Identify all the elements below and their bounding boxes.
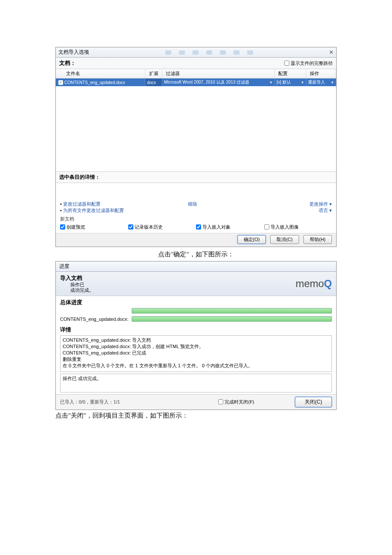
col-filename: 文件名	[56, 69, 145, 78]
progress-header: 导入文档 操作已 成功完成。 memoQ	[56, 272, 336, 296]
progress-header-title: 导入文档	[60, 274, 94, 282]
check-icon: ✓	[58, 80, 63, 85]
cb-version-history[interactable]: 记录版本历史	[128, 224, 196, 230]
cb-import-embedded-img[interactable]: 导入嵌入图像	[264, 224, 332, 230]
link-change-operation[interactable]: 更改操作 ▾	[309, 201, 332, 207]
titlebar-decor	[165, 50, 253, 55]
details-box: CONTENTS_eng_updated.docx: 导入文档 CONTENTS…	[60, 335, 332, 372]
overall-progress-bar	[132, 308, 332, 314]
link-language[interactable]: 语言 ▾	[309, 207, 332, 214]
chevron-down-icon: ▼	[269, 81, 273, 84]
footer-status: 已导入：0/0，重新导入：1/1	[60, 399, 178, 405]
close-icon[interactable]: ✕	[329, 49, 334, 55]
button-row: 确定(O) 取消(C) 帮助(H)	[56, 233, 336, 247]
col-ext: 扩展	[145, 69, 162, 78]
progress-dialog: 进度 导入文档 操作已 成功完成。 memoQ 总体进度 CONTENTS_en…	[55, 261, 337, 410]
details-label: 选中条目的详情：	[56, 171, 336, 183]
progress-titlebar: 进度	[56, 262, 336, 272]
dialog-title: 文档导入选项	[58, 49, 89, 56]
ok-button[interactable]: 确定(O)	[237, 235, 266, 244]
grid-body	[56, 86, 336, 171]
col-config: 配置	[275, 69, 306, 78]
newdoc-label: 新文档	[56, 216, 336, 222]
cb-create-preview[interactable]: 创建预览	[60, 224, 128, 230]
cb-close-on-finish[interactable]: 完成时关闭(F)	[218, 399, 254, 405]
cell-action[interactable]: 重新导入▼	[306, 78, 336, 86]
chevron-down-icon: ▼	[331, 81, 334, 84]
help-button[interactable]: 帮助(H)	[303, 235, 332, 244]
chevron-down-icon: ▼	[301, 81, 304, 84]
import-options-dialog: 文档导入选项 ✕ 文档： 显示文件的完整路径 文件名 扩展 过滤器 配置 操作 …	[55, 47, 337, 247]
titlebar: 文档导入选项 ✕	[56, 47, 336, 58]
col-action: 操作	[306, 69, 336, 78]
progress-header-sub1: 操作已	[60, 282, 94, 288]
caption-1: 点击"确定"，如下图所示：	[55, 249, 337, 261]
doc-label: 文档：	[59, 59, 76, 67]
memoq-logo: memoQ	[296, 278, 332, 290]
progress-header-sub2: 成功完成。	[60, 288, 94, 293]
table-row[interactable]: ✓ CONTENTS_eng_updated.docx docx Microso…	[56, 78, 336, 86]
details-title: 详情	[56, 323, 336, 334]
progress-footer: 已导入：0/0，重新导入：1/1 完成时关闭(F) 关闭(C)	[56, 394, 336, 410]
overall-progress-label: 总体进度	[56, 296, 336, 307]
cb-import-embedded-obj[interactable]: 导入嵌入对象	[196, 224, 264, 230]
details-body	[56, 183, 336, 199]
file-progress-label: CONTENTS_eng_updated.docx:	[60, 317, 128, 322]
grid-header: 文件名 扩展 过滤器 配置 操作	[56, 69, 336, 78]
file-progress-bar	[132, 316, 332, 322]
cell-ext: docx	[145, 78, 162, 86]
doc-header: 文档： 显示文件的完整路径	[56, 58, 336, 69]
complete-message: 操作已 成功完成。	[60, 374, 332, 392]
links-row: • 更改过滤器和配置 • 为所有文件更改过滤器和配置 移除 更改操作 ▾ 语言 …	[56, 199, 336, 216]
cell-filename: CONTENTS_eng_updated.docx	[64, 80, 125, 85]
link-change-all[interactable]: 为所有文件更改过滤器和配置	[63, 208, 124, 213]
link-remove[interactable]: 移除	[188, 201, 197, 206]
close-button[interactable]: 关闭(C)	[295, 397, 332, 407]
checks-row: 创建预览 记录版本历史 导入嵌入对象 导入嵌入图像	[56, 222, 336, 233]
body-text: 点击"关闭"，回到项目主页界面，如下图所示：	[55, 410, 337, 421]
col-filter: 过滤器	[162, 69, 275, 78]
cell-filter[interactable]: Microsoft Word 2007, 2010 以及 2013 过滤器▼	[162, 78, 275, 86]
show-full-path-checkbox[interactable]: 显示文件的完整路径	[284, 60, 333, 67]
cell-config[interactable]: [o] 默认▼	[275, 78, 306, 86]
link-change-filter[interactable]: 更改过滤器和配置	[63, 201, 101, 206]
cancel-button[interactable]: 取消(C)	[270, 235, 299, 244]
